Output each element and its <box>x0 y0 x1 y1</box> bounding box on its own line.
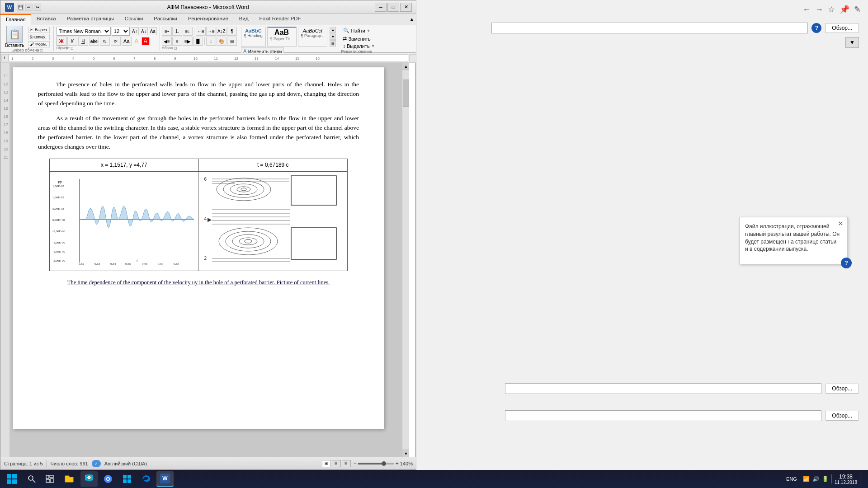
style-paper-item[interactable]: AaB ¶ Paper Tit... <box>267 27 297 47</box>
browse-input-1[interactable] <box>491 23 808 33</box>
taskbar-explorer-btn[interactable] <box>60 471 79 487</box>
browse-input-3[interactable] <box>505 410 821 421</box>
scroll-track[interactable] <box>402 70 409 450</box>
network-icon[interactable]: 📶 <box>803 476 810 482</box>
chevron-down-btn[interactable]: ▼ <box>845 37 859 48</box>
font-shrink-btn[interactable]: A↓ <box>140 27 148 35</box>
nav-forward-icon[interactable]: → <box>815 5 823 14</box>
clear-format-btn[interactable]: Aa <box>149 27 157 35</box>
multilevel-btn[interactable]: ≡↓ <box>183 27 193 36</box>
browse-btn-1[interactable]: Обзор... <box>825 23 859 33</box>
nav-edit-icon[interactable]: ✎ <box>854 5 861 14</box>
styles-scroll-up[interactable]: ▲ <box>330 27 336 33</box>
styles-more[interactable]: ⊞ <box>330 40 336 47</box>
select-btn[interactable]: ↕Выделить ▼ <box>341 43 377 49</box>
taskbar-search-btn[interactable] <box>24 471 40 487</box>
styles-scroll-down[interactable]: ▼ <box>330 33 336 40</box>
align-center-btn[interactable]: ≡ <box>172 37 182 46</box>
sort-btn[interactable]: A↕Z <box>217 27 226 36</box>
copy-button[interactable]: ⎘ Копир. <box>28 34 49 40</box>
replace-btn[interactable]: ⇄Заменить <box>341 35 377 42</box>
font-name-select[interactable]: Times New Roman <box>57 27 111 36</box>
shading-btn[interactable]: 🎨 <box>217 37 226 46</box>
volume-icon[interactable]: 🔊 <box>812 476 819 482</box>
zoom-out-btn[interactable]: − <box>354 460 357 467</box>
tab-references[interactable]: Ссылки <box>119 14 149 25</box>
browse-btn-2[interactable]: Обзор... <box>825 384 859 394</box>
cut-button[interactable]: ✂ Вырез. <box>28 27 49 33</box>
tab-foxit[interactable]: Foxit Reader PDF <box>254 14 307 25</box>
align-right-btn[interactable]: ≡▶ <box>183 37 193 46</box>
scroll-thumb[interactable] <box>403 80 409 107</box>
taskbar-clock[interactable]: 19:38 11.12.2018 <box>835 474 857 485</box>
help-btn-1[interactable]: ? <box>811 23 821 33</box>
save-icon[interactable]: 💾 <box>17 4 24 11</box>
print-view-btn[interactable]: ▣ <box>322 460 331 467</box>
tooltip-help-btn[interactable]: ? <box>841 258 852 268</box>
redo-icon[interactable]: ↪ <box>34 4 41 11</box>
italic-button[interactable]: К <box>67 37 77 46</box>
tab-review[interactable]: Рецензирование <box>183 14 234 25</box>
close-button[interactable]: ✕ <box>400 3 412 12</box>
bullets-btn[interactable]: ≡• <box>162 27 172 36</box>
tab-page-layout[interactable]: Разметка страницы <box>61 14 119 25</box>
zoom-slider[interactable] <box>358 463 394 465</box>
tooltip-close-btn[interactable]: ✕ <box>836 219 844 227</box>
line-spacing-btn[interactable]: ↕ <box>206 37 216 46</box>
undo-icon[interactable]: ↩ <box>25 4 33 11</box>
tab-mailings[interactable]: Рассылки <box>148 14 183 25</box>
nav-star-icon[interactable]: ☆ <box>828 5 835 14</box>
subscript-button[interactable]: x₂ <box>100 37 110 46</box>
ribbon-collapse-btn[interactable]: ▲ <box>407 14 416 25</box>
web-view-btn[interactable]: ⊟ <box>342 460 351 467</box>
taskbar-settings-btn[interactable] <box>118 471 136 487</box>
taskbar-language[interactable]: ENG <box>786 476 797 482</box>
align-left-btn[interactable]: ◀≡ <box>162 37 172 46</box>
taskbar-edge-btn[interactable] <box>137 471 155 487</box>
strikethrough-button[interactable]: аbс <box>89 37 99 46</box>
style-paragraph-item[interactable]: AaBbCcI ¶ Paragrap... <box>298 27 328 47</box>
find-btn[interactable]: 🔍Найти ▼ <box>341 27 377 34</box>
maximize-button[interactable]: □ <box>387 3 399 12</box>
vertical-scrollbar[interactable]: ▲ ▼ <box>402 63 409 457</box>
scroll-up-btn[interactable]: ▲ <box>402 63 409 70</box>
font-grow-btn[interactable]: A↑ <box>131 27 139 35</box>
nav-pin-icon[interactable]: 📌 <box>840 5 849 14</box>
tab-insert[interactable]: Вставка <box>31 14 61 25</box>
paste-button[interactable]: 📋 Вставить <box>5 26 24 48</box>
tab-view[interactable]: Вид <box>234 14 254 25</box>
format-painter-button[interactable]: 🖌 Форм. <box>28 41 49 47</box>
battery-icon[interactable]: 🔋 <box>822 476 829 482</box>
full-screen-btn[interactable]: ⊞ <box>332 460 341 467</box>
show-desktop-btn[interactable] <box>860 471 863 487</box>
tab-home[interactable]: Главная <box>0 14 31 25</box>
taskbar-chat-btn[interactable]: 💬 <box>80 471 98 487</box>
borders-btn[interactable]: ⊞ <box>227 37 237 46</box>
browse-input-2[interactable] <box>505 383 821 394</box>
taskbar-taskview-btn[interactable] <box>42 471 58 487</box>
superscript-button[interactable]: x² <box>111 37 121 46</box>
increase-indent-btn[interactable]: →≡ <box>206 27 216 36</box>
show-marks-btn[interactable]: ¶ <box>227 27 237 36</box>
nav-back-icon[interactable]: ← <box>802 5 811 14</box>
language[interactable]: Английский (США) <box>104 461 147 466</box>
style-heading-item[interactable]: AaBbC ¶ Heading <box>241 27 266 47</box>
ruler-icon[interactable]: L <box>1 54 9 61</box>
taskbar-word-btn[interactable]: W <box>156 471 174 487</box>
underline-button[interactable]: Ч <box>78 37 88 46</box>
font-size-select[interactable]: 12 <box>112 27 130 36</box>
taskbar-chrome-btn[interactable] <box>99 471 117 487</box>
numbering-btn[interactable]: 1. <box>172 27 182 36</box>
browse-btn-3[interactable]: Обзор... <box>825 411 859 421</box>
font-color-btn[interactable]: A <box>142 37 150 45</box>
zoom-thumb[interactable] <box>382 461 386 466</box>
bold-button[interactable]: Ж <box>57 37 66 46</box>
zoom-in-btn[interactable]: + <box>396 460 399 467</box>
scroll-down-btn[interactable]: ▼ <box>402 450 409 457</box>
decrease-indent-btn[interactable]: ←≡ <box>196 27 206 36</box>
minimize-button[interactable]: ─ <box>375 3 387 12</box>
start-button[interactable] <box>2 471 22 487</box>
highlight-color-btn[interactable]: A <box>132 37 141 45</box>
align-justify-btn[interactable]: ▐▌ <box>193 37 203 46</box>
change-case-btn[interactable]: Аа <box>122 37 132 46</box>
